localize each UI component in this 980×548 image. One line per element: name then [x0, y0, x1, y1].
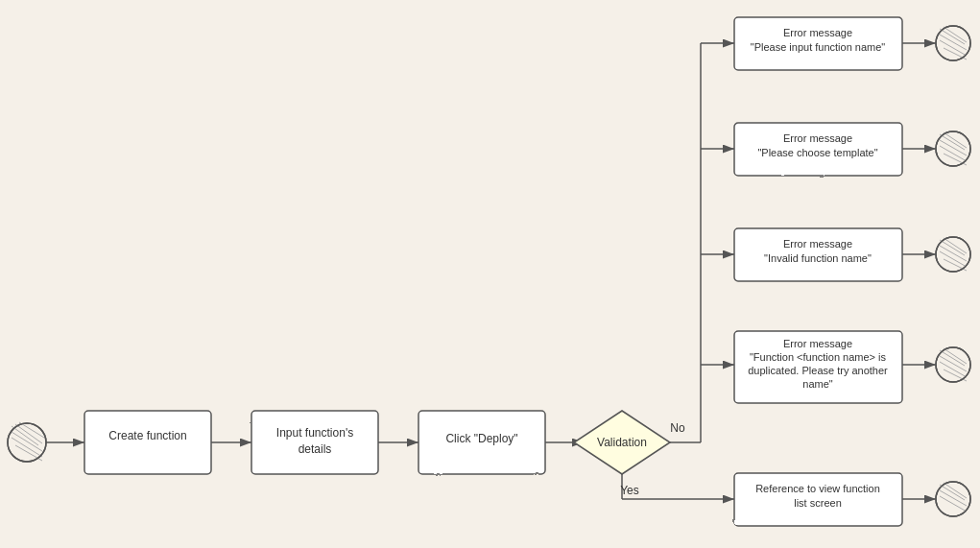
create-function-box: Create function: [84, 411, 211, 474]
end-circle-3: [936, 237, 970, 272]
svg-text:"Invalid function name": "Invalid function name": [764, 252, 872, 264]
validation-label: Validation: [597, 436, 647, 449]
error4-box: Error message "Function <function name> …: [734, 331, 902, 403]
svg-text:"Please choose template": "Please choose template": [757, 147, 877, 158]
svg-point-80: [936, 482, 970, 516]
svg-text:Error message: Error message: [783, 238, 852, 250]
svg-text:list screen: list screen: [794, 497, 842, 509]
no-label: No: [670, 421, 685, 435]
error2-box: Error message "Please choose template": [734, 123, 902, 176]
error3-box: Error message "Invalid function name": [734, 228, 902, 281]
svg-rect-10: [84, 411, 211, 474]
error1-box: Error message "Please input function nam…: [734, 17, 902, 70]
svg-text:details: details: [299, 442, 332, 456]
flowchart-container: Create function Input function's details…: [0, 0, 980, 548]
start-circle: [8, 422, 46, 462]
end-circle-4: [936, 347, 970, 382]
svg-text:duplicated. Please try another: duplicated. Please try another: [748, 365, 888, 376]
svg-point-69: [936, 347, 970, 382]
create-function-label: Create function: [108, 429, 186, 442]
success-box: Reference to view function list screen: [734, 473, 902, 526]
input-details-label: Input function's: [276, 426, 353, 440]
diagram-svg: Create function Input function's details…: [0, 0, 980, 548]
svg-text:Error message: Error message: [783, 27, 852, 38]
click-deploy-label: Click "Deploy": [445, 432, 517, 445]
svg-point-55: [936, 237, 970, 272]
yes-label: Yes: [620, 484, 639, 497]
success-label: Reference to view function: [755, 483, 880, 494]
end-circle-2: [936, 131, 970, 166]
svg-text:Error message: Error message: [783, 132, 852, 144]
svg-text:"Function <function name> is: "Function <function name> is: [750, 351, 887, 363]
end-circle-success: [936, 482, 970, 516]
svg-point-31: [936, 26, 970, 60]
svg-text:name": name": [802, 378, 833, 390]
input-details-box: Input function's details: [251, 411, 378, 474]
svg-text:Error message: Error message: [783, 338, 852, 349]
click-deploy-box: Click "Deploy": [418, 411, 545, 474]
svg-point-43: [936, 131, 970, 166]
svg-line-4: [12, 426, 38, 445]
end-circle-1: [936, 26, 970, 60]
svg-line-2: [12, 432, 42, 451]
svg-text:"Please input function name": "Please input function name": [751, 41, 886, 53]
validation-diamond: Validation: [574, 411, 670, 474]
